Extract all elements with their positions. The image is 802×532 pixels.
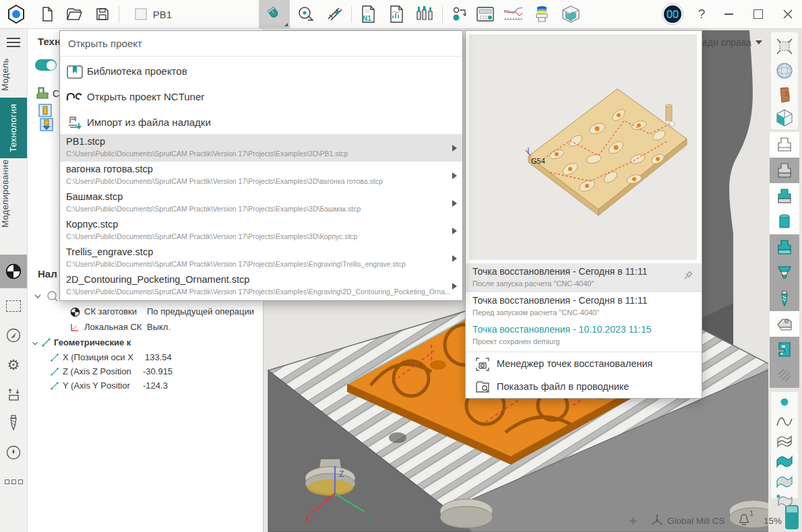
open-project-button[interactable] — [62, 0, 86, 28]
surfaces-wire-button[interactable] — [770, 432, 799, 451]
show-hatching-button[interactable] — [770, 362, 799, 388]
tool-assembly-button[interactable] — [528, 0, 555, 28]
show-part-button[interactable] — [770, 183, 799, 209]
hamburger-menu-icon[interactable] — [7, 37, 20, 48]
machine-column — [702, 30, 753, 382]
orientation-tool[interactable] — [0, 322, 27, 349]
operation-icon[interactable] — [38, 104, 52, 117]
show-machine-button[interactable] — [770, 337, 799, 362]
close-button[interactable] — [776, 0, 799, 28]
show-tool-button[interactable] — [770, 286, 799, 311]
simulation-button[interactable] — [557, 0, 585, 28]
help-button[interactable]: ? — [691, 0, 712, 28]
shading-sphere-button[interactable] — [770, 58, 799, 84]
wavy-surfaces-icon — [776, 434, 793, 450]
show-workpiece-button[interactable] — [770, 132, 799, 158]
submenu-arrow-icon — [452, 200, 457, 207]
app-logo[interactable] — [4, 0, 28, 28]
notifications-bell-icon[interactable] — [737, 512, 751, 527]
more-options[interactable] — [0, 471, 27, 492]
measure-button[interactable] — [292, 0, 319, 28]
curve-tool-button[interactable] — [770, 412, 799, 431]
recent-project-item[interactable]: 2D_Contouring_Pocketing_Ornament.stcp C:… — [60, 272, 462, 300]
feed-settings-tool[interactable] — [0, 439, 27, 466]
report-button[interactable] — [383, 0, 410, 28]
application-window: 250 Z X Y ади справа + — [0, 0, 802, 532]
tab-model[interactable]: Модель — [0, 57, 27, 92]
show-machined-stock-button[interactable] — [770, 234, 799, 260]
magnet-icon — [266, 5, 283, 23]
zoom-level[interactable]: 15% — [764, 516, 782, 526]
workpiece-setup-tool[interactable] — [0, 381, 27, 408]
gcode-button[interactable]: N1 — [354, 0, 381, 28]
surface-solid-button[interactable] — [770, 453, 799, 471]
quadrant-circle-icon — [5, 263, 22, 280]
project-tab[interactable]: PB1 — [123, 0, 183, 28]
dimension-arrow-icon — [50, 367, 59, 376]
restore-manager-item[interactable]: Менеджер точек восстановаления — [466, 354, 702, 375]
param-value[interactable]: -124.3 — [143, 380, 168, 391]
surface-gray-button[interactable] — [770, 473, 799, 492]
menu-item-project-library[interactable]: Библиотека проектов — [60, 59, 462, 85]
chevron-down-icon[interactable] — [30, 339, 40, 348]
maximize-button[interactable] — [747, 0, 770, 28]
view-orientation-dropdown[interactable]: ади справа — [702, 37, 762, 48]
fit-view-button[interactable] — [770, 34, 799, 59]
settings-tool[interactable]: ⚙ — [0, 352, 27, 378]
tab-simulation[interactable]: Моделирование — [0, 162, 27, 228]
show-holder-button[interactable] — [770, 260, 799, 286]
surface-point-button[interactable] — [770, 492, 799, 510]
local-cs-icon — [69, 322, 80, 333]
recent-project-item[interactable]: Trellis_engrave.stcp C:\Users\Public\Doc… — [60, 244, 462, 272]
restore-point-item[interactable]: Точка восстановления - Сегодня в 11:11 П… — [466, 292, 702, 321]
cs-row-value[interactable]: Выкл. — [147, 322, 171, 332]
minimize-button[interactable] — [717, 0, 740, 28]
drill-icon — [6, 415, 21, 431]
recent-project-item[interactable]: Башмак.stcp C:\Users\Public\Documents\Sp… — [60, 189, 462, 217]
pin-icon[interactable] — [681, 270, 693, 282]
menu-item-open-nctuner[interactable]: Открыть проект NCTuner — [60, 85, 462, 110]
calculator-button[interactable] — [472, 0, 499, 28]
new-project-button[interactable] — [35, 0, 59, 28]
show-in-explorer-item[interactable]: Показать файл в проводнике — [466, 376, 702, 398]
active-cs-label[interactable]: Global Mill CS — [667, 516, 725, 526]
selection-tool[interactable] — [0, 292, 27, 319]
param-value[interactable]: -30.915 — [143, 366, 173, 376]
feed-chart-button[interactable] — [499, 0, 527, 28]
recent-project-item[interactable]: PB1.stcp C:\Users\Public\Documents\Sprut… — [60, 134, 462, 162]
new-file-icon — [39, 6, 55, 22]
snap-button-active[interactable] — [259, 0, 290, 28]
cs-triad-icon[interactable] — [650, 513, 665, 528]
recent-project-name: PB1.stcp — [66, 136, 105, 147]
toggle-switch[interactable] — [35, 59, 57, 71]
workflow-button[interactable] — [446, 0, 473, 28]
assistant-button[interactable] — [658, 0, 687, 28]
surface-model-button[interactable] — [770, 82, 799, 108]
restore-point-item[interactable]: Точка восстановления - 10.10.2023 11:15 … — [466, 321, 702, 350]
restore-point-item[interactable]: Точка восстановления - Сегодня в 11:11 П… — [466, 263, 702, 292]
point-tool-button[interactable] — [770, 393, 799, 411]
machine-node-label[interactable]: С — [53, 88, 59, 99]
menu-item-import-setup[interactable]: Импорт из файла наладки — [60, 110, 462, 136]
calculator-icon — [476, 5, 495, 23]
show-machine-head-button[interactable] — [770, 311, 799, 337]
operation-icon[interactable] — [40, 118, 53, 131]
add-icon[interactable]: + — [629, 512, 638, 530]
show-stock-button[interactable] — [770, 209, 799, 234]
isometric-view-button[interactable] — [770, 105, 799, 131]
param-value[interactable]: 133.54 — [145, 352, 172, 362]
save-project-button[interactable] — [90, 0, 115, 28]
chevron-down-icon[interactable] — [32, 291, 43, 302]
tool-library[interactable] — [0, 409, 27, 436]
show-fixture-button[interactable] — [770, 158, 799, 183]
group-header[interactable]: Геометрические к — [54, 337, 131, 347]
svg-text:G54: G54 — [531, 157, 545, 165]
tab-technology[interactable]: Технология — [0, 98, 27, 158]
curve-icon — [776, 415, 793, 428]
workpiece-cs-tool[interactable] — [0, 255, 27, 288]
tools-button[interactable] — [410, 0, 439, 28]
recent-project-item[interactable]: вагонка готова.stcp C:\Users\Public\Docu… — [60, 162, 462, 189]
cs-row-value[interactable]: По предыдущей операции — [147, 306, 290, 317]
caliper-button[interactable] — [321, 0, 348, 28]
recent-project-item[interactable]: Корпус.stcp C:\Users\Public\Documents\Sp… — [60, 217, 462, 244]
